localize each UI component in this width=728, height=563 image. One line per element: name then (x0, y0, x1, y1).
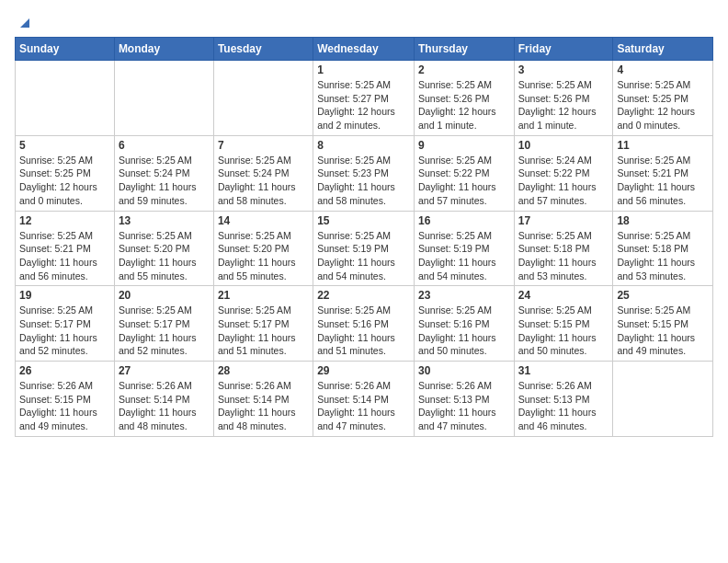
calendar-cell: 17Sunrise: 5:25 AM Sunset: 5:18 PM Dayli… (514, 211, 613, 286)
day-info: Sunrise: 5:26 AM Sunset: 5:13 PM Dayligh… (418, 379, 510, 433)
day-number: 3 (518, 63, 609, 76)
day-number: 23 (418, 289, 510, 302)
calendar-cell: 31Sunrise: 5:26 AM Sunset: 5:13 PM Dayli… (514, 362, 613, 437)
day-info: Sunrise: 5:25 AM Sunset: 5:15 PM Dayligh… (617, 304, 709, 358)
calendar-cell: 1Sunrise: 5:25 AM Sunset: 5:27 PM Daylig… (313, 61, 415, 136)
day-number: 11 (617, 139, 709, 152)
day-info: Sunrise: 5:25 AM Sunset: 5:25 PM Dayligh… (617, 78, 709, 132)
calendar-week-row: 26Sunrise: 5:26 AM Sunset: 5:15 PM Dayli… (16, 362, 713, 437)
calendar-cell: 8Sunrise: 5:25 AM Sunset: 5:23 PM Daylig… (313, 135, 415, 211)
day-number: 9 (418, 139, 510, 152)
calendar-week-row: 19Sunrise: 5:25 AM Sunset: 5:17 PM Dayli… (16, 286, 713, 362)
day-info: Sunrise: 5:24 AM Sunset: 5:22 PM Dayligh… (518, 154, 609, 208)
day-number: 29 (317, 364, 410, 377)
day-number: 5 (19, 139, 110, 152)
calendar-cell: 22Sunrise: 5:25 AM Sunset: 5:16 PM Dayli… (313, 286, 415, 362)
calendar-cell: 6Sunrise: 5:25 AM Sunset: 5:24 PM Daylig… (114, 135, 213, 211)
calendar-cell: 21Sunrise: 5:25 AM Sunset: 5:17 PM Dayli… (213, 286, 313, 362)
day-number: 8 (317, 139, 410, 152)
day-info: Sunrise: 5:25 AM Sunset: 5:23 PM Dayligh… (317, 154, 410, 208)
calendar-cell: 3Sunrise: 5:25 AM Sunset: 5:26 PM Daylig… (514, 61, 613, 136)
calendar-cell: 18Sunrise: 5:25 AM Sunset: 5:18 PM Dayli… (613, 211, 713, 286)
day-number: 10 (518, 139, 609, 152)
calendar-cell: 16Sunrise: 5:25 AM Sunset: 5:19 PM Dayli… (414, 211, 514, 286)
calendar-cell: 30Sunrise: 5:26 AM Sunset: 5:13 PM Dayli… (414, 362, 514, 437)
weekday-header: Thursday (414, 38, 514, 61)
weekday-header: Wednesday (313, 38, 415, 61)
calendar-cell (213, 61, 313, 136)
calendar-cell: 28Sunrise: 5:26 AM Sunset: 5:14 PM Dayli… (213, 362, 313, 437)
calendar-cell: 4Sunrise: 5:25 AM Sunset: 5:25 PM Daylig… (613, 61, 713, 136)
day-info: Sunrise: 5:25 AM Sunset: 5:17 PM Dayligh… (218, 304, 309, 358)
calendar-cell: 24Sunrise: 5:25 AM Sunset: 5:15 PM Dayli… (514, 286, 613, 362)
day-info: Sunrise: 5:25 AM Sunset: 5:27 PM Dayligh… (317, 78, 410, 132)
svg-marker-0 (20, 18, 29, 28)
day-number: 26 (19, 364, 110, 377)
calendar-week-row: 5Sunrise: 5:25 AM Sunset: 5:25 PM Daylig… (16, 135, 713, 211)
calendar-cell (114, 61, 213, 136)
calendar-cell: 19Sunrise: 5:25 AM Sunset: 5:17 PM Dayli… (16, 286, 115, 362)
day-info: Sunrise: 5:25 AM Sunset: 5:25 PM Dayligh… (19, 154, 110, 208)
calendar-cell: 25Sunrise: 5:25 AM Sunset: 5:15 PM Dayli… (613, 286, 713, 362)
day-info: Sunrise: 5:25 AM Sunset: 5:22 PM Dayligh… (418, 154, 510, 208)
day-number: 13 (119, 214, 210, 227)
day-number: 22 (317, 289, 410, 302)
day-info: Sunrise: 5:25 AM Sunset: 5:17 PM Dayligh… (19, 304, 110, 358)
day-info: Sunrise: 5:25 AM Sunset: 5:19 PM Dayligh… (317, 229, 410, 283)
day-info: Sunrise: 5:26 AM Sunset: 5:13 PM Dayligh… (518, 379, 609, 433)
calendar-week-row: 1Sunrise: 5:25 AM Sunset: 5:27 PM Daylig… (16, 61, 713, 136)
logo (15, 15, 33, 29)
day-number: 16 (418, 214, 510, 227)
day-number: 19 (19, 289, 110, 302)
calendar-cell (613, 362, 713, 437)
day-number: 30 (418, 364, 510, 377)
day-number: 15 (317, 214, 410, 227)
day-info: Sunrise: 5:25 AM Sunset: 5:21 PM Dayligh… (617, 154, 709, 208)
calendar-cell: 23Sunrise: 5:25 AM Sunset: 5:16 PM Dayli… (414, 286, 514, 362)
day-info: Sunrise: 5:25 AM Sunset: 5:24 PM Dayligh… (119, 154, 210, 208)
calendar-cell: 10Sunrise: 5:24 AM Sunset: 5:22 PM Dayli… (514, 135, 613, 211)
logo-icon (17, 13, 33, 29)
day-number: 7 (218, 139, 309, 152)
day-info: Sunrise: 5:26 AM Sunset: 5:14 PM Dayligh… (317, 379, 410, 433)
day-info: Sunrise: 5:25 AM Sunset: 5:26 PM Dayligh… (518, 78, 609, 132)
calendar-cell (16, 61, 115, 136)
day-info: Sunrise: 5:25 AM Sunset: 5:16 PM Dayligh… (317, 304, 410, 358)
calendar-cell: 5Sunrise: 5:25 AM Sunset: 5:25 PM Daylig… (16, 135, 115, 211)
day-number: 4 (617, 63, 709, 76)
day-info: Sunrise: 5:26 AM Sunset: 5:15 PM Dayligh… (19, 379, 110, 433)
calendar-cell: 29Sunrise: 5:26 AM Sunset: 5:14 PM Dayli… (313, 362, 415, 437)
day-number: 25 (617, 289, 709, 302)
day-info: Sunrise: 5:26 AM Sunset: 5:14 PM Dayligh… (119, 379, 210, 433)
calendar-cell: 7Sunrise: 5:25 AM Sunset: 5:24 PM Daylig… (213, 135, 313, 211)
day-number: 18 (617, 214, 709, 227)
day-info: Sunrise: 5:25 AM Sunset: 5:17 PM Dayligh… (119, 304, 210, 358)
day-number: 6 (119, 139, 210, 152)
calendar-cell: 27Sunrise: 5:26 AM Sunset: 5:14 PM Dayli… (114, 362, 213, 437)
day-info: Sunrise: 5:25 AM Sunset: 5:15 PM Dayligh… (518, 304, 609, 358)
day-info: Sunrise: 5:25 AM Sunset: 5:19 PM Dayligh… (418, 229, 510, 283)
calendar-cell: 15Sunrise: 5:25 AM Sunset: 5:19 PM Dayli… (313, 211, 415, 286)
day-number: 12 (19, 214, 110, 227)
calendar-cell: 14Sunrise: 5:25 AM Sunset: 5:20 PM Dayli… (213, 211, 313, 286)
day-info: Sunrise: 5:26 AM Sunset: 5:14 PM Dayligh… (218, 379, 309, 433)
day-number: 24 (518, 289, 609, 302)
day-number: 28 (218, 364, 309, 377)
weekday-header: Monday (114, 38, 213, 61)
day-info: Sunrise: 5:25 AM Sunset: 5:16 PM Dayligh… (418, 304, 510, 358)
calendar-cell: 12Sunrise: 5:25 AM Sunset: 5:21 PM Dayli… (16, 211, 115, 286)
day-info: Sunrise: 5:25 AM Sunset: 5:20 PM Dayligh… (218, 229, 309, 283)
calendar-cell: 2Sunrise: 5:25 AM Sunset: 5:26 PM Daylig… (414, 61, 514, 136)
day-info: Sunrise: 5:25 AM Sunset: 5:18 PM Dayligh… (518, 229, 609, 283)
day-info: Sunrise: 5:25 AM Sunset: 5:18 PM Dayligh… (617, 229, 709, 283)
day-info: Sunrise: 5:25 AM Sunset: 5:26 PM Dayligh… (418, 78, 510, 132)
day-number: 31 (518, 364, 609, 377)
calendar-week-row: 12Sunrise: 5:25 AM Sunset: 5:21 PM Dayli… (16, 211, 713, 286)
day-number: 2 (418, 63, 510, 76)
header (15, 15, 713, 29)
day-number: 17 (518, 214, 609, 227)
weekday-header: Tuesday (213, 38, 313, 61)
day-info: Sunrise: 5:25 AM Sunset: 5:24 PM Dayligh… (218, 154, 309, 208)
weekday-header: Friday (514, 38, 613, 61)
calendar-cell: 9Sunrise: 5:25 AM Sunset: 5:22 PM Daylig… (414, 135, 514, 211)
